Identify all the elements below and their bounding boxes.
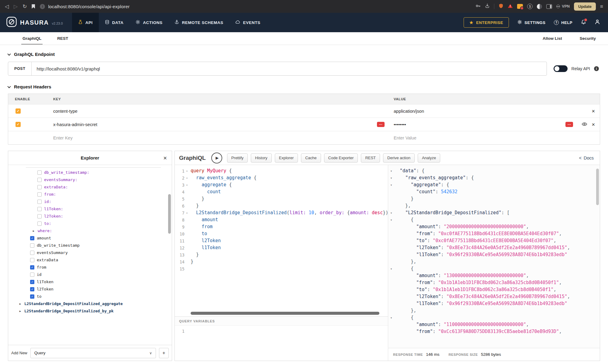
checkbox-icon[interactable]: ✓	[30, 294, 34, 299]
explorer-tree-item[interactable]: eventsSummary:	[8, 176, 172, 184]
toolbar-button-code-exporter[interactable]: Code Exporter	[324, 153, 358, 163]
nav-item-actions[interactable]: ACTIONS	[130, 13, 168, 32]
header-value[interactable]: application/json	[394, 109, 424, 114]
explorer-tree-item[interactable]: ✓to	[8, 293, 172, 300]
security-link[interactable]: Security	[580, 36, 596, 41]
checkbox-icon[interactable]	[37, 221, 42, 226]
fold-arrow-icon[interactable]: ▾	[185, 184, 189, 187]
sidebar-extension-icon[interactable]	[546, 4, 552, 9]
explorer-tree-item[interactable]: l1Token:	[8, 205, 172, 213]
enable-checkbox[interactable]: ✓	[16, 122, 21, 127]
fold-arrow-icon[interactable]: ▾	[389, 184, 394, 187]
expand-arrow-icon[interactable]: ▶	[32, 227, 35, 235]
docs-link[interactable]: < Docs	[579, 156, 596, 160]
explorer-tree-item[interactable]: ✓l1Token	[8, 278, 172, 286]
nav-item-api[interactable]: API	[72, 13, 99, 32]
explorer-tree-item[interactable]: to:	[8, 220, 172, 227]
response-scrollbar[interactable]	[596, 169, 599, 205]
checkbox-icon[interactable]	[37, 192, 42, 197]
remove-header-icon[interactable]: ×	[592, 122, 595, 127]
fold-arrow-icon[interactable]: ▾	[389, 267, 394, 270]
checkbox-icon[interactable]	[30, 251, 34, 255]
explorer-tree-item[interactable]: extraData:	[8, 184, 172, 191]
user-menu-button[interactable]	[595, 19, 600, 26]
explorer-tree-item[interactable]: from:	[8, 191, 172, 198]
query-variables-editor[interactable]: 1	[175, 325, 388, 361]
fold-arrow-icon[interactable]: ▾	[185, 170, 189, 173]
fold-arrow-icon[interactable]: ▾	[389, 177, 394, 180]
toolbar-button-history[interactable]: History	[251, 153, 271, 163]
explorer-tree-item[interactable]: id:	[8, 198, 172, 205]
explorer-tree-item[interactable]: eventsSummary	[8, 249, 172, 256]
query-variables-header[interactable]: QUERY VARIABLES	[175, 316, 388, 325]
allow-list-link[interactable]: Allow List	[543, 36, 562, 41]
fold-arrow-icon[interactable]: ▾	[185, 177, 189, 180]
address-bar[interactable]: i localhost:8080/console/api/api-explore…	[40, 4, 471, 9]
header-key[interactable]: content-type	[53, 109, 78, 114]
update-button[interactable]: Update	[574, 2, 596, 11]
explorer-tree-item[interactable]: ✓amount	[8, 235, 172, 242]
expand-arrow-icon[interactable]: ▶	[19, 307, 22, 315]
warning-icon[interactable]	[508, 4, 513, 9]
explorer-tree-item[interactable]: ✓l2Token	[8, 286, 172, 293]
explorer-tree-item[interactable]: id	[8, 271, 172, 278]
nav-item-remote-schemas[interactable]: REMOTE SCHEMAS	[168, 13, 229, 32]
checkbox-icon[interactable]	[37, 178, 42, 182]
explorer-tree-item[interactable]: ▶where:	[8, 227, 172, 235]
tab-graphiql[interactable]: GraphiQL	[21, 32, 43, 45]
key-icon[interactable]	[475, 3, 481, 10]
fold-arrow-icon[interactable]: ▾	[389, 316, 394, 319]
menu-icon[interactable]: ≡	[600, 4, 603, 9]
operation-type-select[interactable]: Query ∨	[30, 348, 156, 358]
back-icon[interactable]: ◁	[5, 4, 9, 9]
explorer-tree-item[interactable]: db_write_timestamp:	[8, 169, 172, 176]
vpn-indicator[interactable]: VPN	[556, 4, 570, 9]
header-key[interactable]: x-hasura-admin-secret	[53, 122, 97, 127]
toolbar-button-derive-action[interactable]: Derive action	[383, 153, 415, 163]
fold-arrow-icon[interactable]: ▾	[389, 218, 394, 221]
notifications-button[interactable]	[581, 19, 586, 26]
expand-arrow-icon[interactable]: ▶	[19, 300, 22, 307]
toolbar-button-cache[interactable]: Cache	[301, 153, 321, 163]
explorer-tree[interactable]: db_write_timestamp:eventsSummary:extraDa…	[8, 165, 172, 345]
close-icon[interactable]: ×	[163, 155, 167, 161]
checkbox-icon[interactable]	[37, 214, 42, 218]
explorer-tree-item[interactable]: ▶L2StandardBridge_DepositFinalized_by_pk	[8, 307, 172, 315]
toolbar-button-explorer[interactable]: Explorer	[275, 153, 298, 163]
fold-arrow-icon[interactable]: ▾	[389, 211, 394, 215]
checkbox-icon[interactable]: ✓	[30, 280, 34, 284]
header-value[interactable]: ••••••••	[394, 122, 406, 127]
enable-checkbox[interactable]: ✓	[16, 108, 21, 114]
fold-arrow-icon[interactable]: ▾	[389, 170, 394, 173]
checkbox-icon[interactable]: ✓	[30, 265, 34, 270]
chat-extension-icon[interactable]	[517, 4, 523, 9]
toolbar-button-prettify[interactable]: Prettify	[227, 153, 248, 163]
new-header-value-input[interactable]	[394, 136, 579, 140]
nav-item-data[interactable]: DATA	[99, 13, 130, 32]
checkbox-icon[interactable]	[30, 243, 34, 248]
checkbox-icon[interactable]	[37, 207, 42, 211]
explorer-tree-item[interactable]: extraData	[8, 256, 172, 264]
explorer-tree-item[interactable]: ✓from	[8, 264, 172, 271]
download-icon[interactable]	[485, 3, 490, 9]
checkbox-icon[interactable]	[37, 200, 42, 204]
settings-button[interactable]: SETTINGS	[517, 20, 545, 25]
tab-rest[interactable]: REST	[56, 32, 69, 45]
checkbox-icon[interactable]	[30, 273, 34, 277]
query-editor[interactable]: 1▾2▾3▾4567▾89101112131415 query MyQuery …	[175, 165, 388, 316]
bookmark-icon[interactable]	[32, 4, 35, 9]
dark-mode-extension-icon[interactable]	[537, 4, 542, 9]
reload-icon[interactable]: ↻	[22, 4, 27, 9]
hasura-brand[interactable]: HASURA v2.23.0	[6, 16, 63, 29]
explorer-tree-item[interactable]: l2Token:	[8, 213, 172, 220]
endpoint-section-header[interactable]: GraphQL Endpoint	[8, 52, 600, 57]
checkbox-icon[interactable]	[30, 258, 34, 262]
explorer-tree-item[interactable]: ▶L2StandardBridge_DepositFinalized_aggre…	[8, 300, 172, 307]
url-text[interactable]: localhost:8080/console/api/api-explorer	[48, 4, 130, 9]
site-info-icon[interactable]: i	[40, 4, 45, 9]
forward-icon[interactable]: ▷	[14, 4, 18, 9]
checkbox-icon[interactable]	[37, 185, 42, 189]
endpoint-url-input[interactable]	[32, 66, 546, 71]
eye-icon[interactable]	[582, 121, 587, 128]
fold-arrow-icon[interactable]: ▾	[185, 211, 189, 215]
